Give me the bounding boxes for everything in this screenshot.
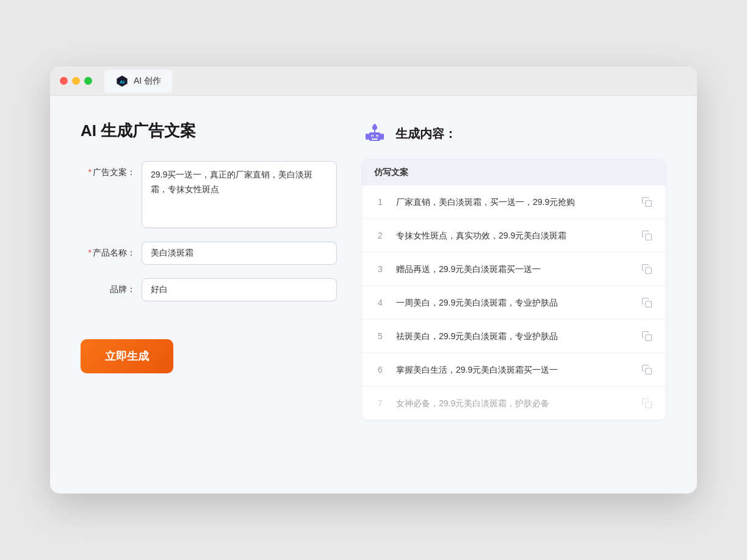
result-item-number: 6 <box>373 365 388 375</box>
copy-button[interactable] <box>639 261 655 277</box>
result-item-text: 一周美白，29.9元美白淡斑霜，专业护肤品 <box>396 296 630 309</box>
result-item-text: 专抹女性斑点，真实功效，29.9元美白淡斑霜 <box>396 229 630 242</box>
svg-rect-10 <box>381 134 384 140</box>
result-item-number: 4 <box>373 298 388 307</box>
result-item-text: 女神必备，29.9元美白淡斑霜，护肤必备 <box>396 397 630 410</box>
svg-rect-14 <box>646 268 652 274</box>
page-title: AI 生成广告文案 <box>81 120 337 142</box>
product-name-input[interactable] <box>142 242 337 265</box>
tab-label: AI 创作 <box>134 76 161 87</box>
browser-window: AI AI 创作 AI 生成广告文案 *广告文案： *产品名称： <box>50 66 697 494</box>
result-item-text: 赠品再送，29.9元美白淡斑霜买一送一 <box>396 263 630 276</box>
brand-label: 品牌： <box>81 278 135 295</box>
product-name-label: *产品名称： <box>81 242 135 259</box>
close-button[interactable] <box>60 77 68 85</box>
result-item-number: 1 <box>373 197 388 207</box>
result-item: 4一周美白，29.9元美白淡斑霜，专业护肤品 <box>362 286 666 320</box>
svg-rect-15 <box>646 301 652 307</box>
result-item-number: 2 <box>373 231 388 240</box>
svg-point-8 <box>374 124 376 126</box>
product-name-row: *产品名称： <box>81 242 337 265</box>
svg-rect-9 <box>366 134 369 140</box>
result-title: 生成内容： <box>395 126 457 142</box>
svg-point-6 <box>372 136 373 137</box>
minimize-button[interactable] <box>72 77 80 85</box>
result-item-number: 7 <box>373 398 388 408</box>
copy-button[interactable] <box>639 295 655 311</box>
right-panel: 生成内容： 仿写文案 1厂家直销，美白淡斑霜，买一送一，29.9元抢购 2专抹女… <box>361 120 666 420</box>
robot-icon <box>361 120 388 147</box>
ad-copy-row: *广告文案： <box>81 161 337 228</box>
result-item: 2专抹女性斑点，真实功效，29.9元美白淡斑霜 <box>362 219 666 253</box>
result-table-header: 仿写文案 <box>362 160 666 185</box>
result-item: 6掌握美白生活，29.9元美白淡斑霜买一送一 <box>362 353 666 387</box>
svg-rect-18 <box>646 402 652 408</box>
ai-hex-icon: AI <box>115 74 129 88</box>
generate-button[interactable]: 立即生成 <box>81 339 173 373</box>
result-item-number: 3 <box>373 264 388 274</box>
ad-copy-input[interactable] <box>142 161 337 228</box>
result-items-container: 1厂家直销，美白淡斑霜，买一送一，29.9元抢购 2专抹女性斑点，真实功效，29… <box>362 185 666 420</box>
result-item: 5祛斑美白，29.9元美白淡斑霜，专业护肤品 <box>362 320 666 353</box>
result-item-number: 5 <box>373 331 388 341</box>
brand-row: 品牌： <box>81 278 337 301</box>
svg-point-7 <box>377 136 378 137</box>
svg-rect-12 <box>646 201 652 207</box>
svg-rect-11 <box>372 138 378 140</box>
svg-rect-16 <box>646 335 652 341</box>
result-header: 生成内容： <box>361 120 666 147</box>
result-item: 7女神必备，29.9元美白淡斑霜，护肤必备 <box>362 387 666 420</box>
svg-rect-13 <box>646 234 652 240</box>
result-table: 仿写文案 1厂家直销，美白淡斑霜，买一送一，29.9元抢购 2专抹女性斑点，真实… <box>361 159 666 420</box>
ad-copy-label: *广告文案： <box>81 161 135 178</box>
svg-rect-17 <box>646 368 652 375</box>
browser-content: AI 生成广告文案 *广告文案： *产品名称： 品牌： 立 <box>50 96 697 451</box>
copy-button[interactable] <box>639 362 655 378</box>
copy-button[interactable] <box>639 328 655 344</box>
brand-input[interactable] <box>142 278 337 301</box>
result-item: 1厂家直销，美白淡斑霜，买一送一，29.9元抢购 <box>362 185 666 219</box>
browser-tab[interactable]: AI AI 创作 <box>104 70 172 93</box>
result-item-text: 掌握美白生活，29.9元美白淡斑霜买一送一 <box>396 364 630 376</box>
required-star-ad: * <box>88 167 92 177</box>
left-panel: AI 生成广告文案 *广告文案： *产品名称： 品牌： 立 <box>81 120 337 420</box>
maximize-button[interactable] <box>84 77 92 85</box>
copy-button[interactable] <box>639 228 655 243</box>
copy-button[interactable] <box>639 395 655 411</box>
result-item-text: 厂家直销，美白淡斑霜，买一送一，29.9元抢购 <box>396 196 630 209</box>
result-item-text: 祛斑美白，29.9元美白淡斑霜，专业护肤品 <box>396 330 630 343</box>
required-star-product: * <box>88 248 92 257</box>
copy-button[interactable] <box>639 194 655 210</box>
traffic-lights <box>60 77 92 85</box>
result-item: 3赠品再送，29.9元美白淡斑霜买一送一 <box>362 253 666 286</box>
svg-text:AI: AI <box>120 79 125 85</box>
browser-titlebar: AI AI 创作 <box>50 66 697 96</box>
